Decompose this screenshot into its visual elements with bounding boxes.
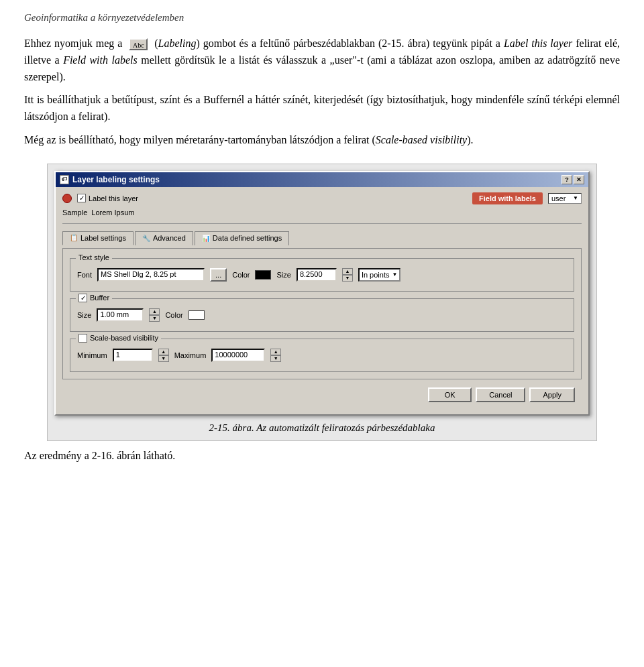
scale-visibility-group: Scale-based visibility Minimum 1 ▲ ▼ Max… xyxy=(70,339,574,372)
max-spinner-down[interactable]: ▼ xyxy=(270,355,281,362)
close-button[interactable]: ✕ xyxy=(574,175,584,184)
font-label: Font xyxy=(77,271,92,279)
font-row: Font MS Shell Dlg 2, 8.25 pt ... Color S… xyxy=(77,268,567,282)
dropdown-arrow-icon: ▼ xyxy=(573,195,578,201)
font-value: MS Shell Dlg 2, 8.25 pt xyxy=(101,270,176,278)
buffer-size-input[interactable]: 1.00 mm xyxy=(97,308,144,322)
advanced-tab-icon: 🔧 xyxy=(142,235,150,242)
min-label: Minimum xyxy=(77,351,107,359)
units-dropdown[interactable]: In points ▼ xyxy=(358,268,401,282)
field-value-text: user xyxy=(551,194,566,202)
tab-advanced[interactable]: 🔧 Advanced xyxy=(135,231,193,245)
tab-data-defined[interactable]: 📊 Data defined settings xyxy=(195,231,289,245)
top-options-row: Label this layer Field with labels user … xyxy=(62,192,582,204)
label-this-layer-checkbox[interactable]: Label this layer xyxy=(77,194,138,202)
units-dropdown-arrow: ▼ xyxy=(392,271,397,278)
buffer-color-swatch[interactable] xyxy=(189,310,205,320)
field-with-labels-label: Field with labels xyxy=(479,194,536,202)
dialog-footer: OK Cancel Apply xyxy=(62,383,582,408)
buffer-checkbox-label[interactable]: Buffer xyxy=(78,294,109,302)
page-title: Geoinformatika a környezetvédelemben xyxy=(24,12,620,23)
titlebar-buttons: ? ✕ xyxy=(561,175,584,184)
min-spinner-up[interactable]: ▲ xyxy=(158,349,169,355)
color-label: Color xyxy=(232,271,250,279)
tab-panel: Text style Font MS Shell Dlg 2, 8.25 pt … xyxy=(62,248,582,379)
scale-visibility-checkbox[interactable] xyxy=(78,334,87,343)
min-scale-input[interactable]: 1 xyxy=(113,349,153,362)
buffer-group: Buffer Size 1.00 mm ▲ ▼ Color xyxy=(70,298,574,332)
footer-text: Az eredmény a 2-16. ábrán látható. xyxy=(24,448,620,465)
buffer-row: Size 1.00 mm ▲ ▼ Color xyxy=(77,308,567,322)
body-paragraph-3: Még az is beállítható, hogy milyen méret… xyxy=(24,132,620,149)
body-paragraph-1: Ehhez nyomjuk meg a Abc (Labeling) gombo… xyxy=(24,36,620,85)
buffer-size-label: Size xyxy=(77,311,91,319)
min-spinner-down[interactable]: ▼ xyxy=(158,355,169,362)
scale-visibility-checkbox-label[interactable]: Scale-based visibility xyxy=(78,334,158,343)
body-paragraph-2: Itt is beállíthatjuk a betűtípust, színt… xyxy=(24,92,620,125)
buffer-label: Buffer xyxy=(90,294,109,302)
scale-visibility-label: Scale-based visibility xyxy=(90,334,158,342)
ok-button[interactable]: OK xyxy=(428,387,472,402)
dialog-titlebar: 🏷 Layer labeling settings ? ✕ xyxy=(56,172,588,187)
size-value: 8.2500 xyxy=(300,270,323,278)
cancel-button[interactable]: Cancel xyxy=(476,387,525,402)
max-label: Maximum xyxy=(174,351,207,359)
buffer-spinner-down[interactable]: ▼ xyxy=(149,315,160,322)
buffer-checkbox[interactable] xyxy=(78,294,87,302)
buffer-color-label: Color xyxy=(165,311,182,319)
max-scale-spinner[interactable]: ▲ ▼ xyxy=(270,349,281,362)
tabs-row: 📋 Label settings 🔧 Advanced 📊 Data defin… xyxy=(62,231,582,245)
spinner-up[interactable]: ▲ xyxy=(342,268,353,275)
dialog-window: 🏷 Layer labeling settings ? ✕ Label this… xyxy=(54,171,590,416)
min-scale-value: 1 xyxy=(116,351,120,359)
buffer-spinner-up[interactable]: ▲ xyxy=(149,308,160,315)
max-scale-value: 10000000 xyxy=(215,351,248,359)
sample-label: Sample xyxy=(62,208,87,217)
figure-container: 🏷 Layer labeling settings ? ✕ Label this… xyxy=(47,164,597,441)
field-with-labels-box: Field with labels xyxy=(472,192,543,204)
text-style-group: Text style Font MS Shell Dlg 2, 8.25 pt … xyxy=(70,258,574,292)
separator xyxy=(62,223,582,224)
tab-data-defined-text: Data defined settings xyxy=(213,234,282,242)
apply-button[interactable]: Apply xyxy=(529,387,575,402)
spinner-down[interactable]: ▼ xyxy=(342,275,353,282)
text-style-group-label: Text style xyxy=(76,253,112,261)
dialog-icon: 🏷 xyxy=(60,175,69,184)
dialog-body: Label this layer Field with labels user … xyxy=(56,187,588,414)
min-scale-spinner[interactable]: ▲ ▼ xyxy=(158,349,169,362)
field-value-dropdown[interactable]: user ▼ xyxy=(548,193,582,204)
font-input[interactable]: MS Shell Dlg 2, 8.25 pt xyxy=(97,268,205,282)
label-this-layer-text: Label this layer xyxy=(89,194,138,202)
tab-label-settings[interactable]: 📋 Label settings xyxy=(62,231,133,245)
units-label: In points xyxy=(362,271,390,279)
dialog-title-text: Layer labeling settings xyxy=(72,175,160,184)
font-browse-button[interactable]: ... xyxy=(210,268,227,282)
sample-row: Sample Lorem Ipsum xyxy=(62,208,582,217)
size-input[interactable]: 8.2500 xyxy=(297,268,337,282)
label-settings-tab-icon: 📋 xyxy=(70,234,78,241)
close-circle-icon xyxy=(62,194,72,203)
label-this-layer-check[interactable] xyxy=(77,194,86,202)
size-label: Size xyxy=(276,271,290,279)
tab-advanced-text: Advanced xyxy=(153,234,186,242)
figure-caption: 2-15. ábra. Az automatizált feliratozás … xyxy=(54,422,590,434)
scale-row: Minimum 1 ▲ ▼ Maximum 10000000 xyxy=(77,349,567,362)
data-defined-tab-icon: 📊 xyxy=(202,235,210,242)
sample-text: Lorem Ipsum xyxy=(91,208,134,217)
scale-visibility-group-label: Scale-based visibility xyxy=(76,334,161,343)
max-scale-input[interactable]: 10000000 xyxy=(211,349,265,362)
max-spinner-up[interactable]: ▲ xyxy=(270,349,281,355)
buffer-size-spinner[interactable]: ▲ ▼ xyxy=(149,308,160,322)
size-spinner[interactable]: ▲ ▼ xyxy=(342,268,353,282)
help-button[interactable]: ? xyxy=(561,175,572,184)
labeling-button-icon[interactable]: Abc xyxy=(129,38,148,50)
color-swatch[interactable] xyxy=(255,270,271,280)
buffer-group-label: Buffer xyxy=(76,294,112,302)
tab-label-settings-text: Label settings xyxy=(80,234,126,242)
dialog-title-area: 🏷 Layer labeling settings xyxy=(60,175,160,184)
buffer-size-value: 1.00 mm xyxy=(100,310,129,318)
